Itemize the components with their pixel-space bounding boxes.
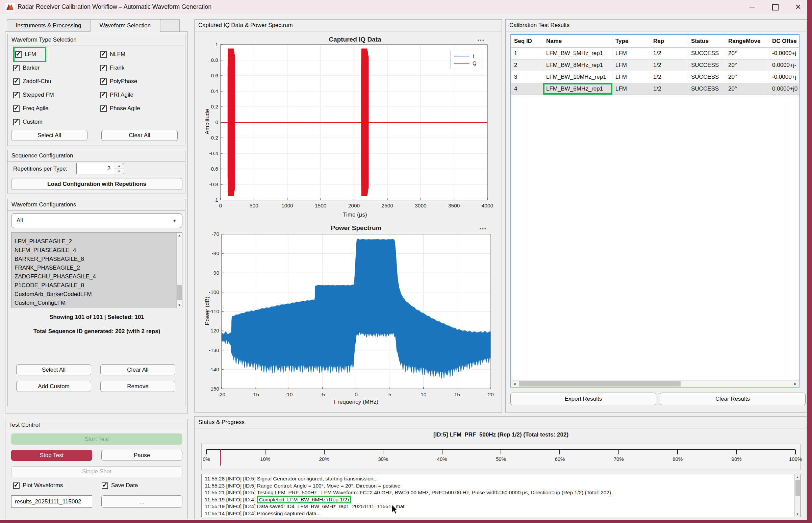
gauge-tick (501, 450, 501, 454)
checkbox-icon[interactable]: ✓ (13, 483, 20, 489)
svg-text:1500: 1500 (315, 203, 327, 209)
column-header-name[interactable]: Name (543, 35, 612, 47)
config-list-scrollbar[interactable]: ▲ ▼ (176, 233, 182, 308)
scroll-down-icon[interactable]: ▼ (795, 511, 800, 517)
column-header-type[interactable]: Type (612, 35, 650, 47)
svg-text:-130: -130 (209, 347, 219, 353)
minimize-button[interactable] (744, 0, 760, 14)
table-cell: SUCCESS (688, 48, 725, 59)
column-header-rep[interactable]: Rep (650, 35, 688, 47)
status-log[interactable]: 11:55:28 [INFO] [ID:5] Signal Generator … (201, 474, 800, 517)
scrollbar-thumb[interactable] (519, 381, 681, 386)
waveform-type-checkbox-frank[interactable]: ✓Frank (100, 61, 182, 75)
plot-waveforms-checkbox[interactable]: ✓ Plot Waveforms (13, 479, 63, 492)
waveform-type-checkbox-freq-agile[interactable]: ✓Freq Agile (13, 102, 100, 115)
checkbox-icon[interactable]: ✓ (13, 119, 20, 125)
results-table-body: 1LFM_BW_5MHz_rep1LFM1/2SUCCESS20°-0.0000… (511, 48, 799, 95)
scroll-left-icon[interactable]: ◀ (512, 381, 517, 386)
column-header-dc-offse[interactable]: DC Offse (769, 35, 799, 47)
config-listbox[interactable]: ▁▁▁ ▁▁▁▁▁▁▁▁ ▁LFM_PHASEAGILE_2NLFM_PHASE… (11, 232, 182, 308)
results-hscrollbar[interactable]: ◀ ▶ (511, 380, 799, 387)
waveform-select-all-button[interactable]: Select All (11, 130, 88, 141)
results-table[interactable]: Seq IDNameTypeRepStatusRangeMoveDC Offse… (510, 34, 799, 387)
checkbox-icon[interactable]: ✓ (13, 65, 20, 71)
add-custom-button[interactable]: Add Custom (16, 381, 91, 392)
list-item[interactable]: P1CODE_PHASEAGILE_8 (12, 281, 176, 290)
table-row[interactable]: 4LFM_BW_6MHz_rep1LFM1/2SUCCESS20°0.0000+… (511, 83, 799, 95)
scrollbar-thumb[interactable] (177, 285, 182, 300)
list-item[interactable]: LFM_PHASEAGILE_2 (12, 237, 176, 246)
column-header-rangemove[interactable]: RangeMove (725, 35, 769, 47)
checkbox-icon[interactable]: ✓ (100, 51, 107, 58)
waveform-type-checkbox-custom[interactable]: ✓Custom (13, 115, 100, 129)
list-item[interactable]: FRANK_PHASEAGILE_2 (12, 264, 176, 272)
list-item[interactable]: ZADOFFCHU_PHASEAGILE_4 (12, 272, 176, 281)
list-item[interactable]: NLFM_PHASEAGILE_4 (12, 246, 176, 255)
waveform-clear-all-button[interactable]: Clear All (102, 130, 178, 141)
tab-instruments-processing[interactable]: Instruments & Processing (7, 19, 90, 32)
svg-text:1000: 1000 (281, 203, 293, 209)
chevron-down-icon: ▼ (172, 218, 177, 223)
checkbox-icon[interactable]: ✓ (100, 105, 107, 112)
table-row[interactable]: 3LFM_BW_10MHz_rep1LFM1/2SUCCESS20°-0.000… (511, 71, 799, 83)
table-row[interactable]: 1LFM_BW_5MHz_rep1LFM1/2SUCCESS20°-0.0000… (511, 48, 799, 59)
scroll-up-icon[interactable]: ▲ (177, 233, 182, 238)
waveform-type-checkbox-phase-agile[interactable]: ✓Phase Agile (100, 102, 182, 115)
close-button[interactable]: ✕ (790, 0, 806, 14)
save-data-checkbox[interactable]: ✓ Save Data (102, 479, 138, 492)
stop-test-button[interactable]: Stop Test (11, 450, 92, 461)
column-header-seq-id[interactable]: Seq ID (511, 35, 543, 47)
log-scrollbar[interactable]: ▲ ▼ (794, 474, 800, 517)
remove-button[interactable]: Remove (100, 381, 175, 392)
checkbox-icon[interactable]: ✓ (100, 92, 107, 98)
scroll-down-icon[interactable]: ▼ (177, 302, 182, 308)
list-item[interactable]: CustomArb_BarkerCodedLFM (12, 290, 176, 299)
waveform-type-checkbox-stepped-fm[interactable]: ✓Stepped FM (13, 88, 100, 102)
column-header-status[interactable]: Status (688, 35, 725, 47)
maximize-button[interactable] (768, 0, 783, 14)
export-results-button[interactable]: Export Results (510, 393, 656, 405)
check-icon: ✓ (101, 104, 106, 111)
svg-text:5: 5 (388, 392, 391, 397)
check-icon: ✓ (16, 50, 21, 57)
iq-legend[interactable]: I Q (450, 51, 482, 68)
tab-waveform-selection[interactable]: Waveform Selection (90, 19, 160, 32)
list-item[interactable]: BARKER_PHASEAGILE_8 (12, 255, 176, 264)
checkbox-icon[interactable]: ✓ (100, 65, 107, 71)
scroll-up-icon[interactable]: ▲ (795, 474, 800, 480)
checkbox-icon[interactable]: ✓ (102, 483, 108, 489)
pause-button[interactable]: Pause (102, 450, 182, 461)
start-test-button[interactable]: Start Test (11, 433, 182, 445)
config-clear-all-button[interactable]: Clear All (100, 364, 175, 375)
repetitions-input[interactable]: 2 (76, 163, 114, 174)
results-filename-input[interactable]: results_20251111_115002 (11, 495, 92, 508)
scroll-right-icon[interactable]: ▶ (793, 381, 798, 386)
repetitions-stepper[interactable]: ▲ ▼ (114, 163, 124, 174)
config-select-all-button[interactable]: Select All (16, 364, 91, 375)
waveform-type-checkbox-barker[interactable]: ✓Barker (13, 61, 100, 75)
waveform-type-checkbox-zadoff-chu[interactable]: ✓Zadoff-Chu (13, 75, 100, 88)
scrollbar-thumb[interactable] (795, 480, 800, 496)
checkbox-icon[interactable]: ✓ (13, 105, 20, 112)
single-shot-button[interactable]: Single Shot (11, 466, 182, 477)
waveform-type-checkbox-lfm[interactable]: ✓LFM (15, 49, 44, 60)
stepper-down-icon[interactable]: ▼ (114, 169, 124, 174)
browse-button[interactable]: ... (102, 495, 182, 508)
table-row[interactable]: 2LFM_BW_8MHz_rep1LFM1/2SUCCESS20°0.0000+… (511, 59, 799, 71)
checkbox-icon[interactable]: ✓ (13, 78, 20, 85)
waveform-type-checkbox-pri-agile[interactable]: ✓PRI Agile (100, 88, 182, 102)
waveform-type-checkbox-nlfm[interactable]: ✓NLFM (100, 48, 182, 61)
svg-text:500: 500 (250, 203, 258, 209)
stepper-up-icon[interactable]: ▲ (114, 163, 124, 169)
load-configuration-button[interactable]: Load Configuration with Repetitions (11, 178, 182, 190)
config-filter-dropdown[interactable]: All ▼ (11, 213, 182, 228)
svg-text:15: 15 (454, 392, 460, 397)
checkbox-icon[interactable]: ✓ (13, 92, 20, 98)
clipped-list-item[interactable]: ▁▁▁ ▁▁▁▁▁▁▁▁ ▁ (12, 233, 176, 237)
list-item[interactable]: Custom_ConfigLFM (12, 299, 176, 307)
checkbox-icon[interactable]: ✓ (15, 51, 22, 58)
svg-text:-0.8: -0.8 (209, 181, 218, 187)
waveform-type-checkbox-polyphase[interactable]: ✓PolyPhase (100, 75, 182, 88)
clear-results-button[interactable]: Clear Results (660, 393, 806, 405)
checkbox-icon[interactable]: ✓ (100, 78, 107, 85)
